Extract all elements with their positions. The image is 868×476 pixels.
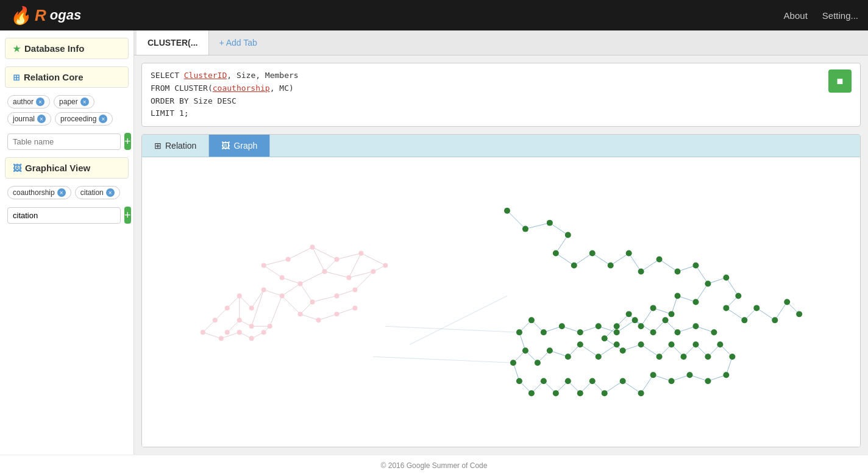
settings-link[interactable]: Setting...: [822, 10, 858, 21]
svg-line-86: [695, 266, 708, 284]
tag-author-close[interactable]: ×: [36, 98, 44, 106]
svg-point-225: [711, 330, 717, 336]
svg-line-36: [203, 333, 221, 339]
svg-line-2: [361, 254, 385, 266]
svg-point-155: [553, 250, 559, 257]
tag-proceeding-close[interactable]: ×: [99, 115, 107, 123]
svg-line-83: [641, 260, 660, 272]
add-tab-button[interactable]: + Add Tab: [209, 32, 266, 54]
run-query-button[interactable]: ■: [828, 69, 852, 93]
svg-point-53: [316, 318, 321, 323]
svg-point-67: [225, 330, 230, 335]
svg-point-59: [261, 263, 266, 268]
svg-line-20: [282, 278, 301, 284]
svg-point-183: [656, 353, 663, 360]
svg-point-69: [201, 330, 205, 335]
svg-point-211: [596, 353, 602, 360]
svg-point-195: [638, 390, 644, 396]
tag-proceeding-label: proceeding: [60, 115, 96, 123]
svg-line-12: [336, 290, 355, 296]
svg-point-165: [723, 275, 729, 281]
svg-point-60: [286, 257, 291, 262]
svg-point-200: [565, 378, 571, 384]
svg-point-41: [310, 245, 315, 250]
brand: 🔥 R ogas: [10, 5, 81, 26]
run-icon: ■: [837, 75, 844, 88]
svg-line-13: [355, 272, 373, 290]
table-name-input-row: +: [5, 133, 129, 150]
svg-point-157: [589, 250, 596, 257]
svg-point-222: [663, 318, 669, 324]
svg-point-201: [553, 390, 559, 396]
main-layout: ★ Database Info ⊞ Relation Core author ×…: [0, 30, 868, 455]
svg-point-216: [559, 324, 565, 330]
svg-point-48: [298, 282, 303, 286]
add-table-button[interactable]: +: [124, 133, 131, 150]
svg-point-54: [334, 312, 339, 317]
table-name-input[interactable]: [7, 133, 121, 150]
svg-line-19: [282, 296, 301, 314]
citation-input[interactable]: [7, 207, 121, 224]
svg-line-15: [301, 314, 319, 321]
svg-point-196: [620, 378, 626, 384]
tag-coauthorship-close[interactable]: ×: [57, 188, 66, 197]
tag-citation-close[interactable]: ×: [106, 188, 115, 197]
result-tab-graph[interactable]: 🖼 Graph: [209, 135, 270, 157]
relation-core-label: Relation Core: [24, 72, 84, 82]
about-link[interactable]: About: [784, 10, 808, 21]
svg-point-42: [334, 257, 339, 262]
svg-point-218: [596, 324, 602, 330]
svg-point-224: [692, 324, 699, 330]
star-icon: ★: [13, 44, 21, 54]
svg-point-188: [717, 341, 723, 347]
svg-line-23: [264, 260, 288, 266]
svg-point-154: [565, 232, 571, 238]
svg-line-24: [288, 247, 313, 260]
svg-point-73: [261, 330, 266, 335]
query-text: SELECT ClusterID, Size, Members FROM CLU…: [151, 69, 822, 120]
result-tab-relation[interactable]: ⊞ Relation: [142, 135, 209, 157]
svg-point-205: [510, 360, 516, 366]
svg-point-204: [516, 378, 522, 384]
svg-point-208: [547, 347, 553, 353]
add-citation-button[interactable]: +: [124, 207, 131, 224]
svg-point-185: [681, 353, 687, 360]
svg-point-47: [371, 269, 375, 274]
svg-line-77: [556, 235, 568, 254]
query-line3: ORDER BY Size DESC: [151, 95, 822, 108]
svg-point-70: [219, 336, 224, 341]
svg-line-148: [410, 296, 507, 345]
svg-point-160: [638, 269, 644, 275]
svg-line-18: [282, 284, 301, 296]
svg-line-32: [227, 296, 240, 308]
svg-point-159: [626, 250, 632, 257]
svg-line-10: [301, 284, 313, 302]
svg-point-55: [352, 306, 357, 311]
svg-line-16: [319, 314, 337, 321]
tabs-bar: CLUSTER(... + Add Tab: [134, 30, 868, 55]
svg-point-189: [729, 353, 735, 360]
svg-point-58: [261, 288, 266, 293]
logo-r: R: [35, 6, 46, 25]
relation-core-header: ⊞ Relation Core: [5, 66, 129, 88]
svg-point-152: [522, 226, 528, 232]
svg-point-151: [504, 208, 510, 214]
logo-text: ogas: [50, 7, 81, 23]
svg-point-57: [280, 275, 285, 280]
tag-paper-close[interactable]: ×: [80, 98, 89, 106]
svg-point-44: [383, 263, 388, 268]
footer: © 2016 Google Summer of Code: [0, 455, 868, 476]
footer-text: © 2016 Google Summer of Code: [381, 461, 488, 470]
tab-cluster[interactable]: CLUSTER(...: [137, 30, 209, 55]
svg-point-156: [571, 263, 577, 269]
svg-line-82: [629, 254, 641, 272]
svg-point-192: [686, 372, 692, 378]
graph-svg: [142, 157, 860, 447]
svg-line-7: [324, 260, 336, 272]
result-tabs-bar: ⊞ Relation 🖼 Graph: [142, 135, 860, 157]
tag-paper: paper ×: [54, 95, 94, 108]
svg-line-84: [660, 260, 678, 272]
svg-point-209: [565, 353, 571, 360]
tag-journal-close[interactable]: ×: [37, 115, 46, 123]
svg-point-162: [675, 269, 681, 275]
